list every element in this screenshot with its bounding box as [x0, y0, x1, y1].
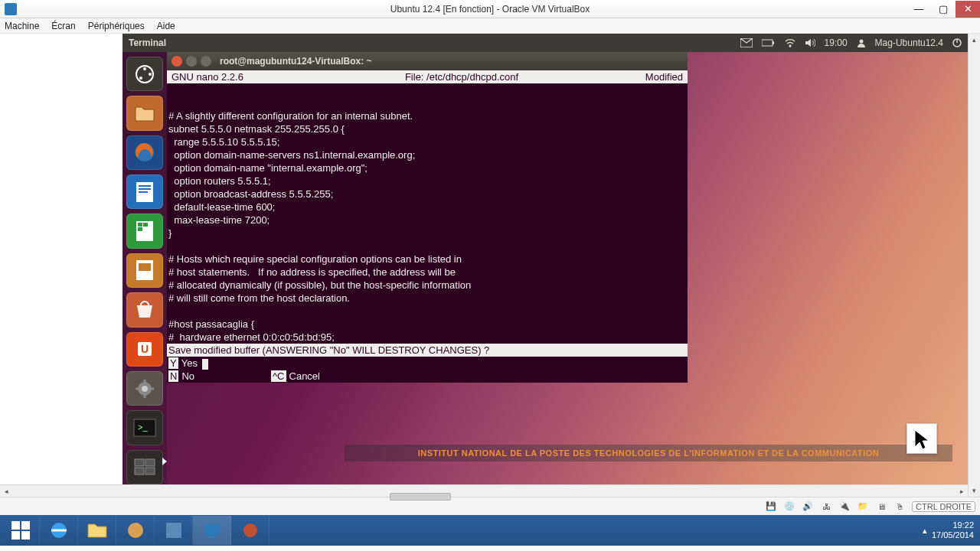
svg-rect-42 [209, 536, 215, 538]
svg-rect-41 [204, 524, 220, 535]
nano-yes-key[interactable]: Y [168, 357, 178, 369]
nano-save-prompt: Save modified buffer (ANSWERING "No" WIL… [167, 344, 688, 357]
terminal-maximize-button[interactable] [201, 56, 211, 67]
video-watermark: INSTITUT NATIONAL DE LA POSTE DES TECHNO… [345, 445, 952, 461]
taskbar-explorer[interactable] [78, 516, 116, 545]
scroll-right-arrow[interactable]: ▸ [956, 487, 968, 495]
svg-point-43 [243, 523, 257, 537]
menu-peripheriques[interactable]: Périphériques [88, 21, 145, 31]
shutdown-icon[interactable] [952, 38, 962, 47]
unity-top-panel: Terminal 19:00 Mag-Ubuntu12.4 [122, 34, 968, 52]
svg-rect-0 [762, 40, 773, 46]
taskbar-app3[interactable] [231, 516, 270, 545]
host-close-button[interactable]: ✕ [956, 1, 980, 18]
svg-rect-17 [138, 227, 142, 231]
virtualbox-icon [5, 3, 17, 15]
launcher-calc[interactable] [126, 214, 163, 248]
svg-rect-36 [11, 531, 20, 540]
launcher-settings[interactable] [126, 371, 163, 406]
host-maximize-button[interactable]: ▢ [931, 1, 956, 18]
launcher-dash[interactable] [126, 57, 163, 91]
terminal-window[interactable]: root@magubuntu124-VirtualBox: ~ GNU nano… [167, 52, 688, 383]
svg-point-2 [859, 40, 863, 44]
svg-point-7 [149, 73, 152, 76]
tray-expand-icon[interactable]: ▴ [923, 526, 927, 536]
menu-machine[interactable]: Machine [5, 21, 39, 31]
launcher-software-center[interactable] [126, 292, 163, 327]
scroll-down-arrow[interactable]: ▾ [969, 484, 980, 497]
tray-clock[interactable]: 19:22 17/05/2014 [932, 520, 974, 540]
mail-icon[interactable] [740, 38, 753, 47]
scroll-up-arrow[interactable]: ▴ [969, 34, 980, 46]
terminal-close-button[interactable] [172, 56, 182, 67]
vbox-cd-icon[interactable]: 💿 [783, 500, 795, 513]
launcher-impress[interactable] [126, 253, 163, 288]
terminal-title-text: root@magubuntu124-VirtualBox: ~ [220, 55, 372, 68]
taskbar-app1[interactable] [116, 516, 155, 545]
svg-rect-34 [11, 521, 20, 530]
nano-cursor [202, 359, 208, 370]
nano-cancel-key[interactable]: ^C [271, 370, 286, 382]
host-menubar: Machine Écran Périphériques Aide [0, 18, 980, 34]
svg-point-23 [142, 386, 148, 392]
nano-cancel-label: Cancel [289, 370, 320, 382]
launcher-workspace[interactable] [126, 450, 163, 484]
nano-file: File: /etc/dhcp/dhcpd.conf [309, 70, 614, 83]
scroll-thumb[interactable] [390, 493, 451, 500]
vbox-shared-folder-icon[interactable]: 📁 [857, 500, 869, 513]
battery-icon[interactable] [762, 39, 776, 47]
launcher-firefox[interactable] [126, 135, 163, 170]
vbox-mouse-icon[interactable]: 🖱 [893, 500, 906, 513]
host-window-title: Ubuntu 12.4 [En fonction] - Oracle VM Vi… [390, 4, 590, 15]
taskbar-ie[interactable] [40, 516, 78, 545]
scroll-left-arrow[interactable]: ◂ [0, 487, 12, 495]
user-icon[interactable] [857, 38, 866, 47]
panel-clock[interactable]: 19:00 [825, 37, 848, 48]
nano-yes-label: Yes [181, 357, 198, 369]
launcher-writer[interactable] [126, 174, 163, 209]
panel-username[interactable]: Mag-Ubuntu12.4 [875, 37, 943, 48]
menu-aide[interactable]: Aide [157, 21, 175, 31]
vm-viewport: Terminal 19:00 Mag-Ubuntu12.4 root@magub… [0, 34, 980, 497]
svg-rect-32 [135, 468, 144, 474]
vbox-usb-icon[interactable]: 🔌 [838, 500, 851, 513]
terminal-minimize-button[interactable] [186, 56, 197, 67]
unity-launcher: U >_ [122, 52, 167, 484]
terminal-titlebar[interactable]: root@magubuntu124-VirtualBox: ~ [167, 52, 688, 70]
svg-rect-11 [139, 185, 151, 187]
taskbar-virtualbox[interactable] [193, 516, 231, 545]
taskbar-app2[interactable] [155, 516, 193, 545]
host-minimize-button[interactable]: — [906, 1, 931, 18]
vbox-host-key: CTRL DROITE [912, 501, 975, 512]
svg-rect-1 [773, 41, 774, 44]
svg-rect-15 [138, 223, 142, 227]
launcher-terminal[interactable]: >_ [126, 410, 163, 445]
cursor-preview-thumbnail [906, 423, 937, 454]
nano-no-key[interactable]: N [168, 370, 178, 382]
system-tray[interactable]: ▴ 19:22 17/05/2014 [923, 520, 980, 540]
nano-header: GNU nano 2.2.6 File: /etc/dhcp/dhcpd.con… [167, 70, 688, 83]
launcher-active-indicator [162, 458, 167, 465]
menu-ecran[interactable]: Écran [51, 21, 75, 31]
nano-status: Modified [614, 70, 683, 83]
start-button[interactable] [2, 516, 40, 545]
network-icon[interactable] [785, 38, 795, 47]
vbox-audio-icon[interactable]: 🔊 [802, 500, 814, 513]
ubuntu-desktop[interactable]: Terminal 19:00 Mag-Ubuntu12.4 root@magub… [122, 34, 968, 484]
vm-horizontal-scrollbar[interactable]: ◂ ▸ [0, 484, 968, 497]
sound-icon[interactable] [805, 38, 815, 47]
vbox-network-icon[interactable]: 🖧 [820, 500, 832, 513]
vm-vertical-scrollbar[interactable]: ▴ ▾ [968, 34, 980, 497]
launcher-files[interactable] [126, 96, 163, 130]
svg-rect-12 [139, 188, 151, 190]
nano-no-label: No [181, 370, 194, 382]
svg-text:U: U [141, 343, 149, 355]
svg-rect-19 [139, 263, 151, 271]
nano-editor-content[interactable]: # A slightly different configuration for… [167, 83, 688, 344]
svg-rect-13 [139, 191, 148, 193]
vbox-display-icon[interactable]: 🖥 [875, 500, 887, 513]
svg-rect-30 [135, 459, 144, 466]
vbox-hdd-icon[interactable]: 💾 [765, 500, 777, 513]
launcher-ubuntu-one[interactable]: U [126, 332, 163, 367]
panel-app-title: Terminal [129, 37, 166, 48]
